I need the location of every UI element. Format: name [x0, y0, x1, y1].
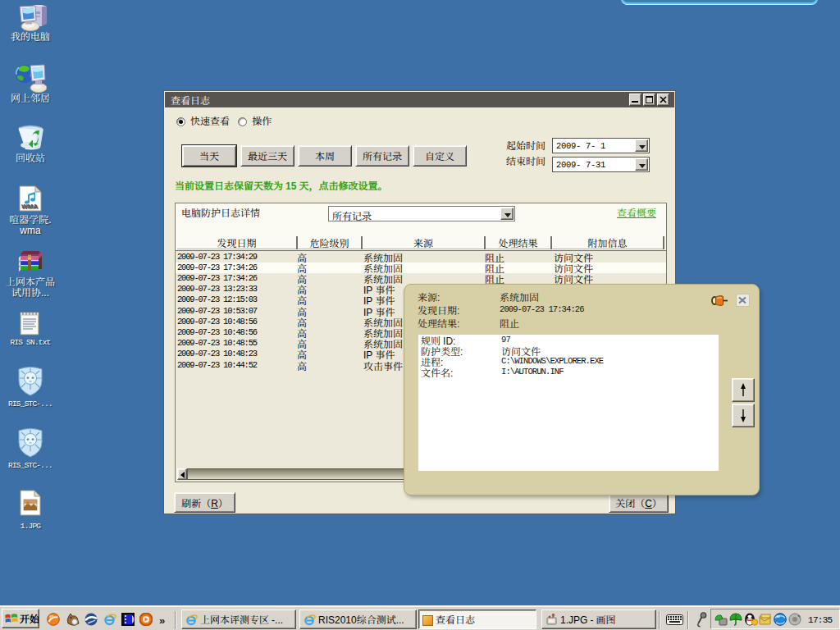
- svg-text:WMA: WMA: [21, 203, 38, 210]
